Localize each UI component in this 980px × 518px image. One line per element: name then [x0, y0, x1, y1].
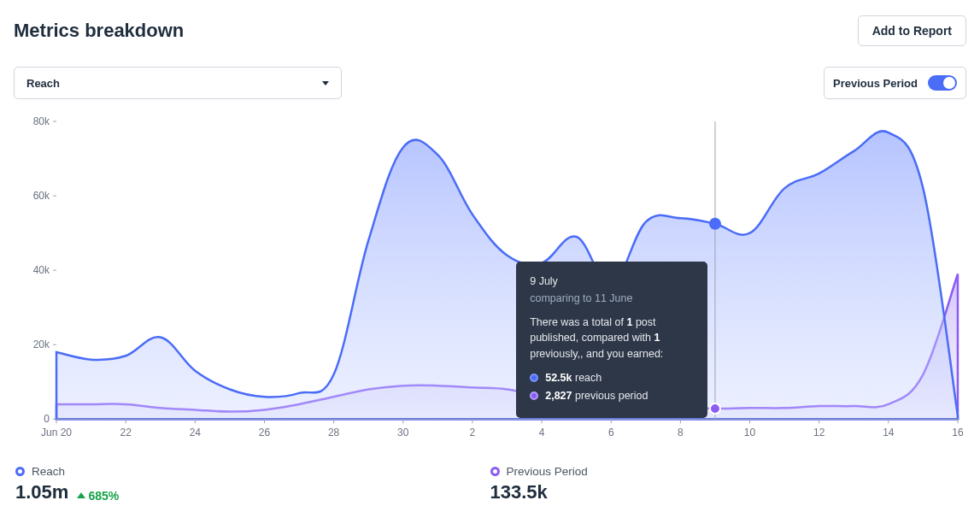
svg-text:16: 16: [952, 427, 964, 439]
svg-text:0: 0: [44, 413, 50, 425]
svg-point-40: [709, 218, 721, 230]
svg-text:10: 10: [744, 427, 756, 439]
up-arrow-icon: [77, 492, 85, 498]
tooltip-date: 9 July: [530, 274, 692, 289]
svg-text:26: 26: [259, 427, 271, 439]
previous-dot-icon: [530, 391, 538, 400]
chevron-down-icon: [322, 81, 329, 85]
add-to-report-button[interactable]: Add to Report: [858, 15, 966, 46]
svg-text:40k: 40k: [33, 264, 50, 276]
tooltip-compare-line: comparing to 11 June: [530, 291, 692, 306]
metric-select[interactable]: Reach: [14, 67, 342, 99]
toggle-label: Previous Period: [833, 77, 918, 90]
legend-prev-label: Previous Period: [490, 465, 965, 478]
metric-select-label: Reach: [26, 77, 60, 90]
svg-text:Jun 20: Jun 20: [41, 427, 72, 439]
legend-reach-delta: 685%: [77, 489, 119, 503]
previous-period-toggle-group: Previous Period: [824, 67, 966, 99]
prev-legend-dot-icon: [490, 467, 500, 476]
legend-prev-value: 133.5k: [490, 481, 548, 503]
chart-tooltip: 9 July comparing to 11 June There was a …: [516, 262, 707, 418]
legend-reach-value: 1.05m: [15, 481, 68, 503]
reach-legend-dot-icon: [15, 467, 25, 476]
tooltip-prev-row: 2,827 previous period: [530, 388, 692, 403]
svg-text:2: 2: [470, 427, 476, 439]
svg-text:24: 24: [190, 427, 202, 439]
tooltip-body: There was a total of 1 post published, c…: [530, 315, 692, 361]
svg-text:4: 4: [539, 427, 545, 439]
svg-text:12: 12: [813, 427, 825, 439]
chart-legend: Reach 1.05m 685% Previous Period 133.5k: [14, 465, 966, 503]
reach-dot-icon: [530, 374, 538, 382]
svg-text:30: 30: [397, 427, 409, 439]
legend-reach-label: Reach: [15, 465, 490, 478]
svg-point-41: [710, 403, 720, 414]
previous-period-switch[interactable]: [928, 75, 957, 91]
svg-text:6: 6: [608, 427, 614, 439]
svg-text:8: 8: [678, 427, 684, 439]
svg-text:80k: 80k: [33, 116, 50, 127]
page-title: Metrics breakdown: [14, 20, 184, 42]
svg-text:20k: 20k: [33, 338, 50, 350]
svg-text:28: 28: [328, 427, 340, 439]
svg-text:60k: 60k: [33, 190, 50, 202]
tooltip-reach-row: 52.5k reach: [530, 370, 692, 386]
metrics-chart[interactable]: 020k40k60k80kJun 20222426283024681012141…: [15, 116, 965, 458]
svg-text:22: 22: [120, 427, 132, 439]
svg-text:14: 14: [883, 427, 895, 439]
